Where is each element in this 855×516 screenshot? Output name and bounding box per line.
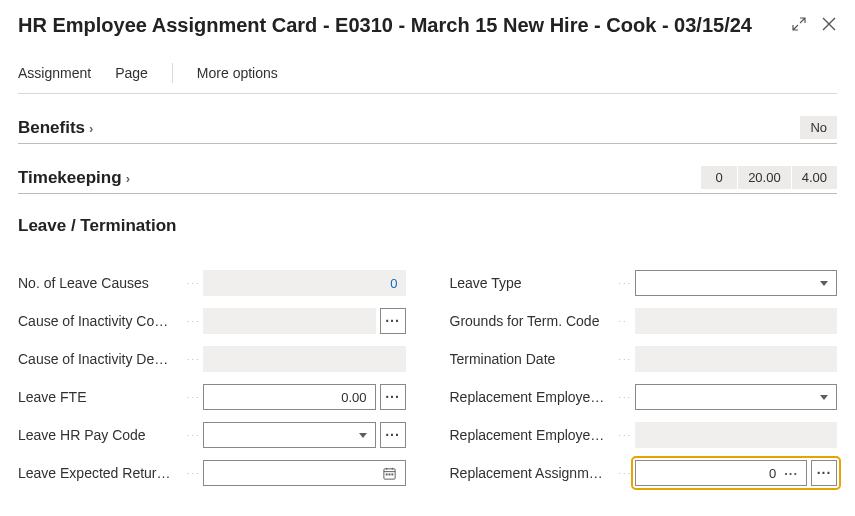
chevron-right-icon: › (126, 171, 130, 186)
benefits-tag-no: No (800, 116, 837, 139)
grounds-value (635, 308, 838, 334)
cmd-separator (172, 63, 173, 83)
repl-emp-name-value (635, 422, 838, 448)
timekeeping-tag-b: 20.00 (738, 166, 791, 189)
leave-paycode-label: Leave HR Pay Code (18, 427, 183, 443)
header-row: HR Employee Assignment Card - E0310 - Ma… (18, 14, 837, 37)
ellipsis-icon: ··· (385, 313, 400, 329)
cause-code-assist-button[interactable]: ··· (380, 308, 406, 334)
page-title: HR Employee Assignment Card - E0310 - Ma… (18, 14, 752, 37)
repl-emp-no-select[interactable] (635, 384, 838, 410)
benefits-tags: No (800, 116, 837, 139)
repl-emp-no-label: Replacement Employe… (450, 389, 615, 405)
cmd-more-options[interactable]: More options (197, 65, 278, 81)
command-bar: Assignment Page More options (18, 55, 837, 94)
cause-desc-label: Cause of Inactivity De… (18, 351, 183, 367)
chevron-down-icon (359, 433, 367, 438)
chevron-down-icon (820, 281, 828, 286)
leave-type-select[interactable] (635, 270, 838, 296)
repl-assign-label: Replacement Assignm… (450, 465, 615, 481)
leave-right-column: Leave Type ············· Grounds for Ter… (450, 264, 838, 492)
header-icons (791, 16, 837, 35)
ellipsis-icon: ··· (385, 389, 400, 405)
no-leave-causes-label: No. of Leave Causes (18, 275, 183, 291)
benefits-title: Benefits (18, 118, 85, 138)
grounds-label: Grounds for Term. Code (450, 313, 615, 329)
benefits-toggle[interactable]: Benefits › (18, 118, 93, 138)
expand-icon[interactable] (791, 16, 807, 35)
timekeeping-toggle[interactable]: Timekeeping › (18, 168, 130, 188)
calendar-icon[interactable] (382, 466, 397, 481)
repl-assign-control: 0 ··· ··· (635, 460, 838, 486)
repl-assign-assist-button[interactable]: ··· (811, 460, 837, 486)
timekeeping-section: Timekeeping › 0 20.00 4.00 (18, 166, 837, 194)
repl-assign-input[interactable]: 0 ··· (635, 460, 808, 486)
cmd-assignment[interactable]: Assignment (18, 65, 91, 81)
leave-fte-assist-button[interactable]: ··· (380, 384, 406, 410)
no-leave-causes-value[interactable]: 0 (203, 270, 406, 296)
svg-rect-4 (385, 473, 387, 475)
svg-rect-5 (388, 473, 390, 475)
timekeeping-tags: 0 20.00 4.00 (701, 166, 837, 189)
leave-expected-label: Leave Expected Retur… (18, 465, 183, 481)
leave-paycode-select[interactable] (203, 422, 376, 448)
leave-section: Leave / Termination No. of Leave Causes … (18, 216, 837, 492)
timekeeping-tag-a: 0 (701, 166, 737, 189)
cause-desc-value (203, 346, 406, 372)
timekeeping-title: Timekeeping (18, 168, 122, 188)
ellipsis-icon: ··· (817, 465, 832, 481)
leave-type-label: Leave Type (450, 275, 615, 291)
benefits-section: Benefits › No (18, 116, 837, 144)
svg-rect-6 (391, 473, 393, 475)
term-date-value (635, 346, 838, 372)
close-icon[interactable] (821, 16, 837, 35)
term-date-label: Termination Date (450, 351, 615, 367)
cause-code-label: Cause of Inactivity Co… (18, 313, 183, 329)
chevron-right-icon: › (89, 121, 93, 136)
leave-fte-input[interactable]: 0.00 (203, 384, 376, 410)
ellipsis-icon: ··· (784, 466, 798, 481)
ellipsis-icon: ··· (385, 427, 400, 443)
repl-emp-name-label: Replacement Employe… (450, 427, 615, 443)
leave-paycode-assist-button[interactable]: ··· (380, 422, 406, 448)
chevron-down-icon (820, 395, 828, 400)
cmd-page[interactable]: Page (115, 65, 148, 81)
leave-left-column: No. of Leave Causes ······ 0 Cause of In… (18, 264, 406, 492)
leave-fte-label: Leave FTE (18, 389, 183, 405)
leave-expected-input[interactable] (203, 460, 406, 486)
timekeeping-tag-c: 4.00 (792, 166, 837, 189)
cause-code-value (203, 308, 376, 334)
leave-title: Leave / Termination (18, 216, 176, 236)
